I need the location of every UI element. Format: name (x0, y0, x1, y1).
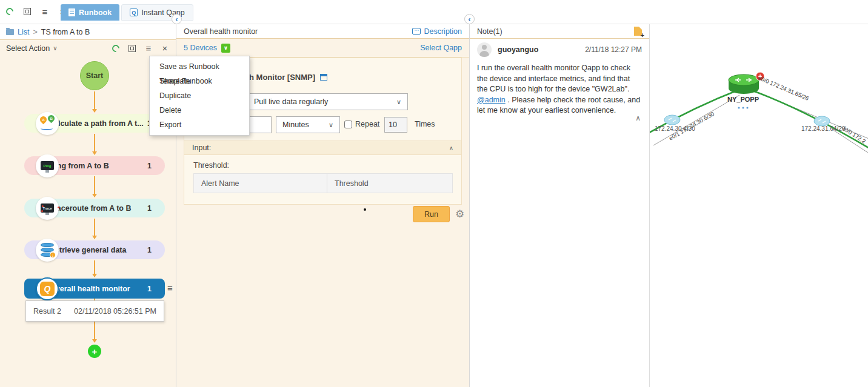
chevron-up-icon: ∧ (449, 145, 453, 151)
flow-node-overall-health-monitor[interactable]: Q Overall health monitor 1 (24, 279, 165, 299)
threshold-table-header-threshold: Threshold (327, 174, 452, 193)
chevron-down-icon: ∨ (329, 121, 333, 129)
times-label: Times (415, 120, 435, 128)
result-timestamp: 02/11/2018 05:26:51 PM (74, 307, 156, 316)
result-count-badge[interactable]: 1 (147, 162, 152, 170)
collapse-note-icon[interactable]: ∧ (635, 114, 641, 122)
flow-node-label: Traceroute from A to B (50, 204, 132, 213)
breadcrumb-list-link[interactable]: List (18, 28, 29, 36)
step-title: Overall health monitor (184, 27, 258, 36)
result-count-badge[interactable]: 1 (147, 204, 152, 213)
tab-instant-qapp[interactable]: Q Instant Qapp (121, 4, 193, 21)
path-ab-icon: A B (36, 112, 59, 135)
close-runbook-icon[interactable]: × (160, 44, 170, 53)
add-step-button[interactable]: + (88, 345, 101, 358)
flow-node-ping[interactable]: Ping Ping from A to B 1 (24, 156, 165, 175)
note-title: Note(1) (477, 27, 502, 36)
refresh-glyph-icon (5, 7, 15, 17)
network-map: NY_POPP e0/1 172.24.30.6/30 e0/0 172.24.… (650, 24, 868, 387)
mention-admin-link[interactable]: @admin (477, 96, 506, 104)
open-qapp-window-icon[interactable] (320, 74, 327, 81)
runbook-menu-icon[interactable]: ≡ (144, 44, 153, 53)
run-button[interactable]: Run (413, 206, 450, 222)
menu-icon[interactable]: ≡ (40, 7, 50, 16)
path-wave-icon (41, 127, 53, 130)
repeat-count-input[interactable] (384, 117, 407, 133)
devices-dropdown-icon[interactable]: ∨ (221, 44, 230, 53)
device-menu-dots-icon[interactable] (738, 107, 748, 108)
description-link[interactable]: ··· Description (412, 27, 462, 36)
folder-icon (6, 29, 14, 35)
step-detail-subheader: 5 Devices ∨ Select Qapp (176, 39, 469, 58)
media-cloud-icon[interactable] (814, 116, 830, 126)
note-comment-header: guoyanguo 2/11/18 12:27 PM (477, 42, 642, 57)
node-menu-icon[interactable]: ≡ (167, 283, 173, 293)
add-note-icon[interactable] (634, 27, 642, 36)
menu-item-delete[interactable]: Delete (150, 103, 249, 117)
menu-item-export[interactable]: Export (150, 117, 249, 132)
window-toolbar: ≡ × (5, 7, 67, 16)
devices-link[interactable]: 5 Devices (184, 44, 217, 52)
runbook-toolbar: ≡ × (111, 44, 170, 53)
interval-unit-select[interactable]: Minutes ∨ (276, 116, 340, 133)
interface-label: e0/0 172.24.31.65/26 (757, 74, 810, 102)
menu-item-share-runbook[interactable]: Share Runbook (150, 74, 249, 88)
media-cloud-icon[interactable] (664, 115, 680, 125)
network-label: 172.24.30.4/30 (655, 125, 695, 132)
description-bubble-icon: ··· (412, 28, 421, 35)
result-count-badge[interactable]: 1 (147, 246, 152, 254)
flow-connector (94, 176, 95, 197)
focus-mode-icon[interactable] (22, 7, 32, 16)
collapse-middle-panel-button[interactable]: ‹ (464, 14, 475, 24)
data-mode-value: Pull live data regularly (254, 98, 328, 106)
select-qapp-link[interactable]: Select Qapp (420, 44, 462, 52)
menu-item-save-as-template[interactable]: Save as Runbook Template (150, 59, 249, 74)
traceroute-monitor-icon: Trace (36, 197, 59, 220)
note-header: Note(1) (470, 24, 649, 39)
refresh-glyph-icon (111, 43, 121, 53)
flow-node-calculate-path[interactable]: A B calculate a path from A t... 1 (24, 114, 165, 133)
interval-unit-value: Minutes (282, 121, 309, 129)
data-mode-select[interactable]: Pull live data regularly ∨ (247, 93, 408, 110)
trace-dots-icon (42, 205, 44, 207)
map-canvas: NY_POPP e0/1 172.24.30.6/30 e0/0 172.24.… (650, 24, 868, 218)
refresh-runbook-icon[interactable] (111, 44, 121, 53)
menu-item-duplicate[interactable]: Duplicate (150, 88, 249, 103)
device-name-label[interactable]: NY_POPP (727, 96, 759, 103)
qapp-title-text: h Monitor [SNMP] (249, 73, 315, 82)
focus-runbook-icon[interactable] (127, 44, 137, 53)
collapse-left-panel-button[interactable]: ‹ (172, 14, 182, 24)
tab-runbook-label: Runbook (79, 8, 112, 17)
gear-icon[interactable]: ⚙ (455, 208, 464, 220)
interval-value-input[interactable] (247, 116, 272, 133)
chevron-down-icon: ∨ (53, 45, 57, 51)
breadcrumb-separator: > (33, 28, 37, 36)
threshold-table: Alert Name Threshold (193, 173, 453, 193)
database-icon: ↓ (36, 239, 59, 262)
threshold-label: Threshold: (193, 161, 229, 170)
refresh-icon[interactable] (5, 7, 15, 16)
flow-start-node[interactable]: Start (80, 61, 109, 90)
flow-connector (94, 91, 95, 112)
select-action-dropdown[interactable]: Select Action ∨ (6, 44, 58, 53)
result-count-badge[interactable]: 1 (147, 285, 152, 293)
flow-node-label: Overall health monitor (50, 285, 130, 293)
pin-b-icon: B (47, 113, 56, 123)
input-section-header[interactable]: Input: ∧ (184, 141, 461, 155)
flow-connector (94, 260, 95, 277)
avatar (477, 42, 492, 57)
repeat-checkbox[interactable] (344, 121, 352, 128)
note-timestamp: 2/11/18 12:27 PM (585, 45, 642, 54)
tab-runbook[interactable]: Runbook (61, 4, 119, 21)
repeat-label: Repeat (355, 120, 379, 128)
flow-node-retrieve-data[interactable]: ↓ Retrieve general data 1 (24, 240, 165, 259)
threshold-table-header-alert-name: Alert Name (194, 174, 327, 193)
result-entry[interactable]: Result 2 02/11/2018 05:26:51 PM (25, 300, 164, 322)
flow-node-traceroute[interactable]: Trace Traceroute from A to B 1 (24, 199, 165, 217)
mouse-cursor (364, 208, 366, 211)
focus-glyph-icon (129, 45, 136, 52)
result-label: Result 2 (33, 307, 61, 316)
flow-node-label: calculate a path from A t... (50, 119, 144, 128)
runbook-action-bar: Select Action ∨ ≡ × (0, 40, 176, 56)
flow-connector (94, 134, 95, 154)
